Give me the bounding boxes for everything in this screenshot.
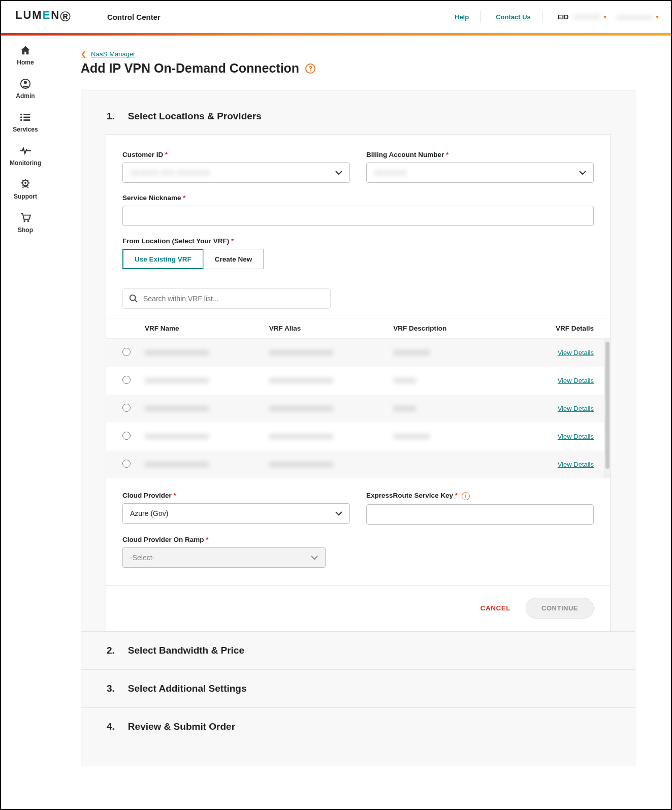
svg-point-1 bbox=[24, 81, 27, 84]
customer-id-select[interactable]: XXXXXX XXX XXXXXXX bbox=[122, 163, 350, 183]
view-details-link[interactable]: View Details bbox=[558, 349, 594, 357]
breadcrumb-back[interactable]: ❮ NaaS Manager bbox=[81, 50, 135, 58]
list-icon bbox=[19, 112, 31, 123]
vrf-name: XXXXXXXXXXXXXX bbox=[145, 461, 269, 468]
vrf-row[interactable]: XXXXXXXXXXXXXXXXXXXXXXXXXXXXXXXXXView De… bbox=[106, 395, 610, 423]
vrf-radio[interactable] bbox=[122, 376, 131, 384]
cart-icon bbox=[19, 212, 31, 223]
vrf-name: XXXXXXXXXXXXXX bbox=[145, 377, 269, 384]
customer-id-label: Customer ID * bbox=[122, 151, 350, 158]
step-1-title: Select Locations & Providers bbox=[128, 111, 262, 122]
toggle-create-new[interactable]: Create New bbox=[203, 249, 264, 269]
brand-logo: LUMEN® bbox=[15, 9, 72, 25]
sidebar-item-shop[interactable]: Shop bbox=[18, 212, 33, 234]
cloud-provider-select[interactable]: Azure (Gov) bbox=[122, 503, 350, 524]
sidebar-item-monitoring[interactable]: Monitoring bbox=[10, 145, 41, 167]
vrf-col-name: VRF Name bbox=[145, 325, 269, 332]
account-menu-chevron[interactable]: ▾ bbox=[656, 13, 659, 20]
sidebar-item-label: Monitoring bbox=[10, 159, 41, 167]
view-details-link[interactable]: View Details bbox=[558, 461, 594, 468]
vrf-desc: XXXXX bbox=[393, 377, 518, 384]
vrf-radio[interactable] bbox=[122, 432, 131, 440]
help-link[interactable]: Help bbox=[450, 11, 481, 23]
ban-label: Billing Account Number * bbox=[366, 151, 594, 158]
svg-rect-7 bbox=[23, 119, 30, 121]
sidebar-item-admin[interactable]: Admin bbox=[16, 78, 35, 100]
vrf-radio[interactable] bbox=[122, 404, 131, 412]
vrf-col-desc: VRF Description bbox=[393, 325, 518, 332]
sidebar-item-label: Admin bbox=[16, 92, 35, 100]
nickname-input[interactable] bbox=[122, 206, 594, 226]
cancel-button[interactable]: CANCEL bbox=[481, 604, 510, 612]
vrf-name: XXXXXXXXXXXXXX bbox=[145, 433, 269, 440]
vrf-name: XXXXXXXXXXXXXX bbox=[145, 405, 269, 412]
step-2-number: 2. bbox=[107, 645, 115, 656]
user-icon bbox=[19, 78, 31, 89]
vrf-row[interactable]: XXXXXXXXXXXXXXXXXXXXXXXXXXXXXXXXXView De… bbox=[106, 367, 610, 395]
view-details-link[interactable]: View Details bbox=[558, 433, 594, 440]
step-4-title: Review & Submit Order bbox=[128, 721, 235, 732]
nickname-label: Service Nickname * bbox=[122, 194, 594, 202]
vrf-row[interactable]: XXXXXXXXXXXXXXXXXXXXXXXXXXXXXXXXXXXXView… bbox=[106, 339, 610, 367]
ban-select[interactable]: XXXXXXX bbox=[366, 163, 594, 183]
vrf-alias: XXXXXXXXXXXXXX bbox=[269, 349, 394, 357]
info-icon[interactable]: i bbox=[462, 492, 470, 500]
vrf-radio[interactable] bbox=[122, 460, 131, 468]
sidebar-item-services[interactable]: Services bbox=[13, 112, 38, 133]
pulse-icon bbox=[19, 145, 31, 156]
onramp-label: Cloud Provider On Ramp * bbox=[122, 536, 326, 543]
sidebar-item-label: Services bbox=[13, 126, 38, 133]
vrf-desc: XXXXXXXX bbox=[393, 349, 518, 357]
svg-point-12 bbox=[130, 295, 136, 301]
ersk-label: ExpressRoute Service Key * i bbox=[366, 492, 594, 500]
vrf-alias: XXXXXXXXXXXXXX bbox=[269, 405, 394, 412]
svg-point-11 bbox=[27, 220, 29, 222]
help-icon[interactable]: ? bbox=[305, 63, 315, 74]
ersk-input[interactable] bbox=[366, 504, 594, 525]
vrf-col-details: VRF Details bbox=[518, 325, 594, 332]
contact-us-link[interactable]: Contact Us bbox=[491, 11, 542, 23]
vrf-desc: XXXXXXXX bbox=[393, 433, 518, 440]
cloud-provider-label: Cloud Provider * bbox=[122, 492, 350, 499]
svg-rect-3 bbox=[23, 114, 30, 115]
svg-point-6 bbox=[20, 119, 22, 121]
chevron-down-icon bbox=[579, 169, 586, 177]
step-1-number: 1. bbox=[107, 111, 115, 122]
continue-button[interactable]: CONTINUE bbox=[526, 598, 594, 619]
scrollbar[interactable] bbox=[604, 339, 610, 478]
svg-point-2 bbox=[20, 114, 22, 116]
app-title: Control Center bbox=[107, 13, 161, 21]
eid-value: XXXXXX bbox=[573, 13, 600, 21]
vrf-search-input[interactable] bbox=[122, 288, 331, 309]
gear-icon bbox=[19, 179, 31, 190]
vrf-alias: XXXXXXXXXXXXXX bbox=[269, 377, 394, 384]
home-icon bbox=[19, 45, 31, 56]
svg-rect-5 bbox=[23, 117, 30, 118]
onramp-select[interactable]: -Select- bbox=[122, 547, 326, 568]
vrf-col-alias: VRF Alias bbox=[269, 325, 394, 332]
svg-point-4 bbox=[20, 116, 22, 118]
eid-label: EID bbox=[558, 13, 569, 21]
toggle-existing-vrf[interactable]: Use Existing VRF bbox=[122, 249, 204, 269]
view-details-link[interactable]: View Details bbox=[558, 377, 594, 384]
vrf-alias: XXXXXXXXXXXXXX bbox=[269, 433, 394, 440]
sidebar-item-support[interactable]: Support bbox=[14, 179, 37, 200]
vrf-name: XXXXXXXXXXXXXX bbox=[145, 349, 269, 357]
vrf-row[interactable]: XXXXXXXXXXXXXXXXXXXXXXXXXXXXView Details bbox=[106, 450, 610, 478]
step-2-title: Select Bandwidth & Price bbox=[128, 645, 244, 656]
eid-menu-chevron[interactable]: ▾ bbox=[603, 13, 606, 20]
vrf-radio[interactable] bbox=[122, 348, 131, 356]
sidebar-item-home[interactable]: Home bbox=[17, 45, 34, 66]
page-title: Add IP VPN On-Demand Connection ? bbox=[81, 61, 635, 76]
vrf-desc: XXXXX bbox=[393, 405, 518, 412]
chevron-down-icon bbox=[311, 554, 318, 562]
sidebar-item-label: Home bbox=[17, 59, 34, 66]
vrf-alias: XXXXXXXXXXXXXX bbox=[269, 461, 394, 468]
from-location-label: From Location (Select Your VRF) * bbox=[122, 237, 594, 245]
view-details-link[interactable]: View Details bbox=[558, 405, 594, 412]
step-3-title: Select Additional Settings bbox=[128, 683, 247, 694]
vrf-row[interactable]: XXXXXXXXXXXXXXXXXXXXXXXXXXXXXXXXXXXXView… bbox=[106, 423, 610, 450]
chevron-left-icon: ❮ bbox=[81, 50, 87, 58]
sidebar-item-label: Shop bbox=[18, 226, 33, 234]
breadcrumb-label: NaaS Manager bbox=[91, 50, 135, 58]
